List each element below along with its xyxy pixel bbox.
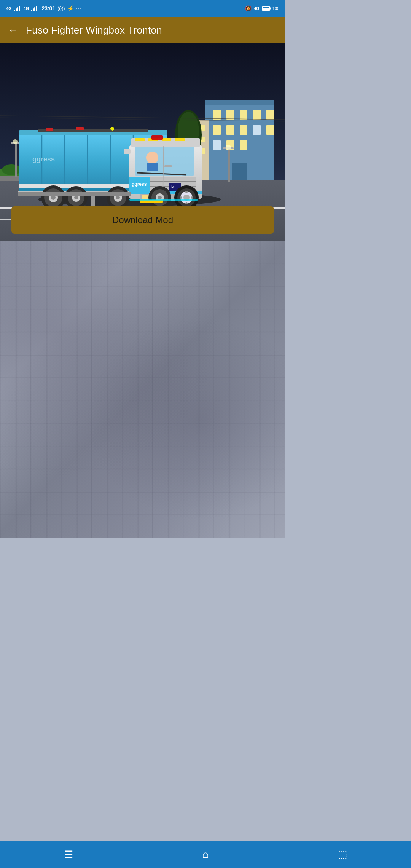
signal-4g-2: 4G [24,6,29,11]
svg-point-117 [180,196,182,199]
battery-icon [262,6,270,11]
svg-rect-19 [15,142,17,177]
download-mod-button[interactable]: Download Mod [11,206,274,234]
svg-rect-76 [135,147,194,176]
signal-wave-icon: ((·)) [57,6,65,11]
svg-point-116 [185,202,188,204]
bar3 [17,7,18,11]
status-bar: 4G 4G 23:01 ((·)) ⚡ ··· 🔕 4G 100 [0,0,285,17]
bar4b [36,6,37,11]
svg-rect-89 [164,165,172,167]
back-button[interactable]: ← [8,25,18,35]
svg-rect-90 [124,149,131,154]
mute-icon: 🔕 [245,5,252,11]
app-bar: ← Fuso Fighter Wingbox Tronton [0,17,285,43]
svg-rect-30 [226,125,234,135]
bar3b [34,7,35,11]
svg-rect-37 [232,163,247,180]
svg-rect-74 [175,138,185,141]
svg-rect-71 [135,138,145,141]
svg-rect-75 [151,135,163,140]
svg-rect-24 [213,110,221,120]
svg-point-118 [191,196,193,199]
svg-rect-36 [240,140,247,150]
bar1 [14,10,15,11]
svg-rect-31 [240,125,247,135]
signal-bars-2 [31,6,37,11]
svg-rect-27 [253,110,261,120]
status-left: 4G 4G 23:01 ((·)) ⚡ ··· [6,5,81,11]
svg-text:ggress: ggress [132,182,147,187]
svg-text:ggress: ggress [32,155,55,163]
svg-text:M: M [171,185,174,189]
clock: 23:01 [41,5,55,11]
page-title: Fuso Fighter Wingbox Tronton [26,24,162,36]
svg-rect-32 [253,125,261,135]
background-texture [0,241,285,538]
bar1b [31,10,32,11]
svg-rect-33 [266,125,274,135]
download-mod-label: Download Mod [112,215,173,225]
bar4 [19,6,20,11]
svg-rect-121 [18,192,131,196]
svg-rect-28 [266,110,274,120]
svg-point-12 [2,164,21,175]
more-dots-icon: ··· [76,5,82,11]
battery-fill [263,8,269,10]
svg-rect-25 [226,110,234,120]
svg-point-64 [110,127,114,131]
svg-rect-63 [76,127,84,130]
content-area: ggress M [0,43,285,538]
signal-bars-1 [14,6,20,11]
svg-point-91 [146,152,158,164]
svg-rect-23 [206,100,274,105]
battery-label: 100 [272,6,279,11]
svg-rect-73 [162,138,171,141]
svg-rect-61 [38,129,148,132]
svg-point-21 [13,139,18,144]
svg-rect-29 [213,125,221,135]
svg-rect-48 [228,148,230,182]
bar2 [16,8,17,11]
svg-rect-122 [91,196,95,207]
svg-rect-62 [46,128,53,131]
svg-rect-26 [240,110,247,120]
svg-point-115 [185,191,188,193]
bar2b [33,8,34,11]
status-right: 🔕 4G 100 [245,5,279,11]
usb-icon: ⚡ [67,5,74,11]
svg-rect-92 [147,163,158,171]
svg-rect-34 [213,140,221,150]
signal-4g-1: 4G [6,6,12,11]
svg-point-50 [226,145,231,150]
signal-4g-right: 4G [254,6,260,11]
svg-rect-120 [129,199,198,201]
truck-image-container: ggress M [0,43,285,241]
